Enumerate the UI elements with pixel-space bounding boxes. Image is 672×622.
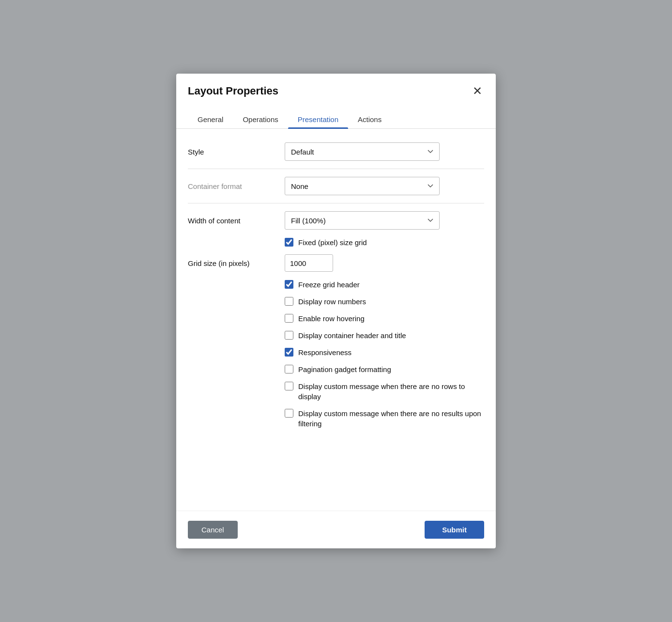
container-format-row: Container format None Panel Card <box>188 177 484 195</box>
width-label: Width of content <box>188 217 285 225</box>
display-container-header-label: Display container header and title <box>298 330 406 341</box>
layout-properties-dialog: Layout Properties ✕ General Operations P… <box>176 74 496 548</box>
style-label: Style <box>188 148 285 156</box>
freeze-header-label: Freeze grid header <box>298 280 360 290</box>
enable-row-hovering-row: Enable row hovering <box>188 313 484 324</box>
width-row: Width of content Fill (100%) Auto Fixed <box>188 211 484 230</box>
width-select[interactable]: Fill (100%) Auto Fixed <box>285 211 440 230</box>
tab-presentation[interactable]: Presentation <box>288 110 348 128</box>
tab-general[interactable]: General <box>188 110 233 128</box>
container-format-select[interactable]: None Panel Card <box>285 177 440 195</box>
grid-size-row: Grid size (in pixels) <box>188 254 484 272</box>
pagination-gadget-checkbox[interactable] <box>285 365 293 373</box>
responsiveness-label: Responsiveness <box>298 347 351 358</box>
enable-row-hovering-label: Enable row hovering <box>298 313 365 324</box>
dialog-body: Style Default Compact Wide Container for… <box>176 129 496 511</box>
separator-2 <box>188 203 484 203</box>
dialog-footer: Cancel Submit <box>176 511 496 548</box>
freeze-header-row: Freeze grid header <box>188 280 484 290</box>
enable-row-hovering-checkbox[interactable] <box>285 314 293 323</box>
dialog-header: Layout Properties ✕ <box>176 74 496 99</box>
style-row: Style Default Compact Wide <box>188 142 484 161</box>
submit-button[interactable]: Submit <box>425 521 484 539</box>
container-format-label: Container format <box>188 182 285 190</box>
fixed-grid-label: Fixed (pixel) size grid <box>298 237 367 248</box>
display-container-header-checkbox[interactable] <box>285 331 293 340</box>
custom-msg-no-results-label: Display custom message when there are no… <box>298 408 484 429</box>
custom-msg-no-rows-label: Display custom message when there are no… <box>298 381 484 402</box>
custom-msg-no-rows-row: Display custom message when there are no… <box>188 381 484 402</box>
responsiveness-checkbox[interactable] <box>285 348 293 357</box>
custom-msg-no-results-row: Display custom message when there are no… <box>188 408 484 429</box>
display-row-numbers-row: Display row numbers <box>188 296 484 307</box>
close-button[interactable]: ✕ <box>471 83 484 99</box>
fixed-grid-row: Fixed (pixel) size grid <box>188 237 484 248</box>
responsiveness-row: Responsiveness <box>188 347 484 358</box>
dialog-tabs: General Operations Presentation Actions <box>176 103 496 129</box>
display-container-header-row: Display container header and title <box>188 330 484 341</box>
tab-actions[interactable]: Actions <box>348 110 391 128</box>
grid-size-label: Grid size (in pixels) <box>188 259 285 267</box>
fixed-grid-checkbox[interactable] <box>285 238 293 247</box>
freeze-header-checkbox[interactable] <box>285 280 293 289</box>
pagination-gadget-row: Pagination gadget formatting <box>188 364 484 374</box>
tab-operations[interactable]: Operations <box>233 110 288 128</box>
display-row-numbers-label: Display row numbers <box>298 296 366 307</box>
cancel-button[interactable]: Cancel <box>188 521 238 539</box>
style-select[interactable]: Default Compact Wide <box>285 142 440 161</box>
separator-1 <box>188 169 484 169</box>
pagination-gadget-label: Pagination gadget formatting <box>298 364 391 374</box>
grid-size-input[interactable] <box>285 254 333 272</box>
display-row-numbers-checkbox[interactable] <box>285 297 293 306</box>
custom-msg-no-rows-checkbox[interactable] <box>285 382 293 390</box>
dialog-title: Layout Properties <box>188 85 278 97</box>
custom-msg-no-results-checkbox[interactable] <box>285 409 293 418</box>
